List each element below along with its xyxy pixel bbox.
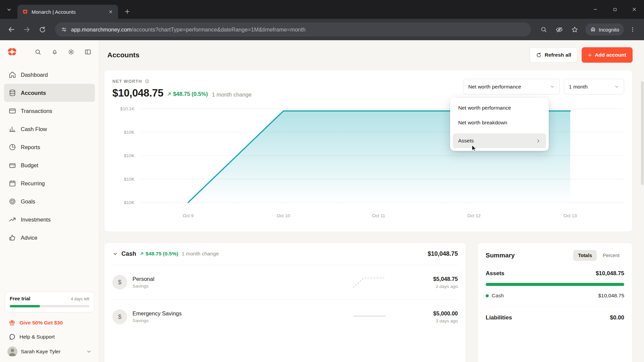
- page-title: Accounts: [107, 51, 140, 59]
- tab-title: Monarch | Accounts: [32, 9, 103, 15]
- net-worth-change: $48.75 (0.5%): [167, 91, 208, 97]
- chart-type-select[interactable]: Net worth performance: [463, 79, 560, 95]
- search-icon[interactable]: [34, 47, 42, 57]
- tab-close-icon[interactable]: [107, 8, 115, 16]
- sidebar-item-recurring[interactable]: Recurring: [4, 174, 95, 192]
- monarch-favicon: [22, 9, 28, 15]
- cash-section-title[interactable]: Cash: [121, 250, 136, 257]
- reload-icon[interactable]: [36, 23, 49, 36]
- svg-text:Oct 11: Oct 11: [372, 213, 385, 218]
- monarch-logo[interactable]: [7, 47, 17, 57]
- user-menu[interactable]: Sarah Kaye Tyler: [4, 344, 95, 357]
- trend-up-icon: [167, 92, 172, 97]
- dollar-icon: $: [112, 309, 127, 324]
- maximize-icon[interactable]: [605, 0, 625, 19]
- toggle-percent[interactable]: Percent: [598, 250, 624, 261]
- zoom-icon[interactable]: [537, 23, 550, 36]
- window-controls: [586, 0, 644, 19]
- summary-cash-row[interactable]: Cash $10,048.75: [486, 293, 624, 299]
- svg-text:Oct 12: Oct 12: [467, 213, 481, 218]
- refresh-all-label: Refresh all: [545, 52, 571, 58]
- account-name: Emergency Savings: [132, 310, 182, 317]
- eye-off-icon[interactable]: [552, 23, 566, 36]
- nav-label: Budget: [21, 162, 38, 169]
- incognito-icon: [590, 26, 596, 33]
- url-text: app.monarchmoney.com/accounts?chartType=…: [71, 26, 306, 33]
- nav-label: Advice: [21, 235, 38, 241]
- sidebar-item-budget[interactable]: Budget: [4, 156, 95, 174]
- sidebar-toggle-icon[interactable]: [84, 47, 92, 57]
- summary-cash-label: Cash: [492, 293, 595, 299]
- cash-dot: [486, 294, 489, 297]
- wallet-icon: [9, 162, 16, 169]
- accounts-icon: [9, 89, 16, 97]
- chart-type-value: Net worth performance: [468, 84, 521, 90]
- page-scrollbar: [641, 81, 644, 362]
- avatar: [7, 347, 17, 357]
- browser-tab-strip: Monarch | Accounts: [0, 0, 644, 19]
- thumbs-up-icon: [9, 234, 16, 241]
- svg-text:$10K: $10K: [124, 177, 135, 182]
- trending-up-icon: [9, 216, 16, 223]
- menu-item-assets[interactable]: Assets: [453, 133, 546, 148]
- sparkline: [352, 275, 387, 290]
- menu-item-net-worth-performance[interactable]: Net worth performance: [453, 101, 546, 115]
- account-row-emergency-savings[interactable]: $ Emergency Savings Savings $5,000.00 3 …: [112, 299, 458, 334]
- sidebar-item-accounts[interactable]: Accounts: [4, 84, 95, 102]
- settings-gear-icon[interactable]: [67, 47, 76, 57]
- toggle-totals[interactable]: Totals: [573, 250, 597, 261]
- svg-text:$10K: $10K: [124, 200, 135, 205]
- tab-search-chevron-icon[interactable]: [4, 5, 14, 15]
- sidebar-item-advice[interactable]: Advice: [4, 229, 95, 247]
- free-trial-banner[interactable]: Free trial 4 days left: [5, 292, 94, 312]
- forward-icon[interactable]: [20, 23, 34, 36]
- sidebar-item-cash-flow[interactable]: Cash Flow: [4, 120, 95, 138]
- account-balance: $5,048.75: [408, 276, 458, 282]
- main-content: Accounts Refresh all + Add account: [99, 40, 644, 362]
- info-icon[interactable]: [145, 79, 150, 84]
- notifications-bell-icon[interactable]: [50, 47, 59, 57]
- nav-label: Accounts: [21, 90, 46, 96]
- account-updated: 2 days ago: [408, 284, 458, 289]
- refresh-all-button[interactable]: Refresh all: [530, 47, 578, 63]
- svg-text:$10K: $10K: [124, 153, 135, 158]
- close-window-icon[interactable]: [625, 0, 644, 19]
- url-bar[interactable]: app.monarchmoney.com/accounts?chartType=…: [55, 22, 531, 37]
- scrollbar-thumb[interactable]: [641, 81, 644, 185]
- referral-label: Give 50% Get $30: [19, 320, 63, 326]
- chart-type-dropdown-menu: Net worth performance Net worth breakdow…: [450, 98, 549, 151]
- incognito-badge[interactable]: Incognito: [585, 23, 624, 36]
- chevron-down-icon: [550, 84, 555, 89]
- bookmark-star-icon[interactable]: [568, 23, 581, 36]
- sidebar-item-investments[interactable]: Investments: [4, 210, 95, 229]
- collapse-chevron-icon[interactable]: [112, 251, 118, 257]
- referral-link[interactable]: Give 50% Get $30: [4, 316, 95, 330]
- plus-icon: +: [588, 52, 592, 58]
- browser-menu-icon[interactable]: [626, 23, 639, 36]
- nav-label: Goals: [21, 198, 35, 205]
- back-icon[interactable]: [5, 23, 18, 36]
- nav-label: Investments: [21, 217, 51, 223]
- sidebar-item-reports[interactable]: Reports: [4, 138, 95, 156]
- sidebar-item-transactions[interactable]: Transactions: [4, 102, 95, 120]
- nav-label: Transactions: [21, 108, 52, 114]
- cash-total: $10,048.75: [428, 250, 458, 257]
- timeframe-select[interactable]: 1 month: [564, 79, 624, 95]
- bar-chart-icon: [9, 125, 16, 133]
- assets-value: $10,048.75: [596, 270, 624, 277]
- account-row-personal[interactable]: $ Personal Savings $5,048.75 2 days ago: [112, 265, 458, 299]
- help-support-link[interactable]: Help & Support: [4, 330, 95, 344]
- browser-tab[interactable]: Monarch | Accounts: [17, 5, 118, 19]
- summary-toggle: Totals Percent: [573, 250, 624, 261]
- sidebar-item-goals[interactable]: Goals: [4, 192, 95, 210]
- summary-cash-value: $10,048.75: [598, 293, 624, 299]
- add-account-button[interactable]: + Add account: [582, 47, 633, 63]
- site-info-icon[interactable]: [61, 26, 67, 33]
- sidebar-item-dashboard[interactable]: Dashboard: [4, 66, 95, 84]
- new-tab-icon[interactable]: [121, 6, 133, 17]
- gift-icon: [9, 319, 15, 326]
- menu-item-net-worth-breakdown[interactable]: Net worth breakdown: [453, 115, 546, 130]
- summary-card: Summary Totals Percent Assets $10,048.75…: [477, 242, 633, 362]
- liabilities-label: Liabilities: [486, 314, 610, 321]
- minimize-icon[interactable]: [586, 0, 605, 19]
